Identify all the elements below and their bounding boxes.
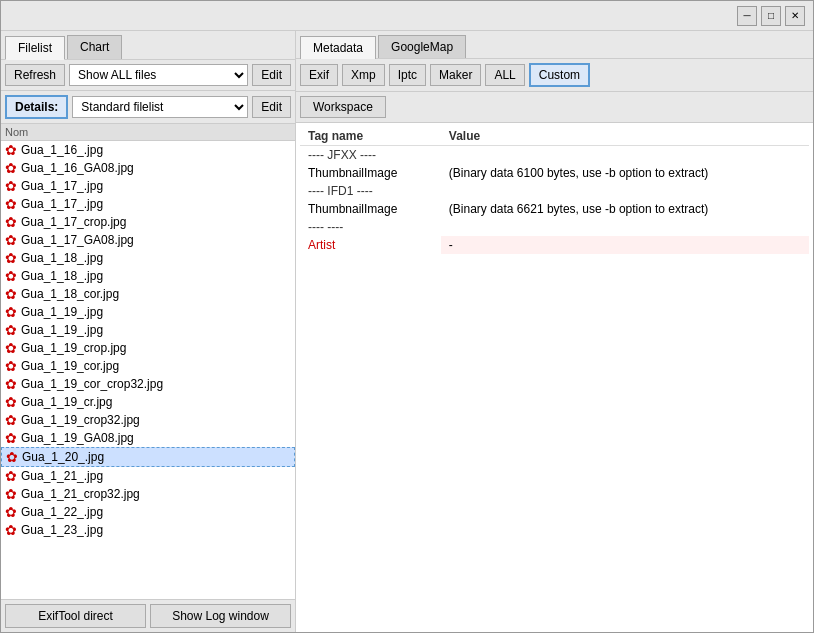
left-panel: Filelist Chart Refresh Show ALL files Ed… (1, 31, 296, 632)
separator-cell: ---- ---- (300, 218, 809, 236)
tab-googlemap[interactable]: GoogleMap (378, 35, 466, 58)
file-item[interactable]: ✿Gua_1_16_.jpg (1, 141, 295, 159)
maximize-button[interactable]: □ (761, 6, 781, 26)
file-icon: ✿ (5, 522, 17, 538)
meta-tab-xmp[interactable]: Xmp (342, 64, 385, 86)
right-panel: Metadata GoogleMap Exif Xmp Iptc Maker A… (296, 31, 813, 632)
table-row: ThumbnailImage(Binary data 6100 bytes, u… (300, 164, 809, 182)
file-item[interactable]: ✿Gua_1_17_crop.jpg (1, 213, 295, 231)
file-item[interactable]: ✿Gua_1_18_.jpg (1, 249, 295, 267)
file-item[interactable]: ✿Gua_1_19_cr.jpg (1, 393, 295, 411)
close-button[interactable]: ✕ (785, 6, 805, 26)
file-item[interactable]: ✿Gua_1_20_.jpg (1, 447, 295, 467)
file-icon: ✿ (5, 322, 17, 338)
file-item[interactable]: ✿Gua_1_23_.jpg (1, 521, 295, 539)
file-name: Gua_1_21_crop32.jpg (21, 487, 140, 501)
file-name: Gua_1_21_.jpg (21, 469, 103, 483)
standard-filelist-select[interactable]: Standard filelist (72, 96, 248, 118)
window-controls: ─ □ ✕ (737, 6, 805, 26)
file-item[interactable]: ✿Gua_1_19_.jpg (1, 321, 295, 339)
file-name: Gua_1_18_.jpg (21, 269, 103, 283)
file-icon: ✿ (6, 449, 18, 465)
file-list-container[interactable]: ✿Gua_1_16_.jpg✿Gua_1_16_GA08.jpg✿Gua_1_1… (1, 141, 295, 599)
file-item[interactable]: ✿Gua_1_18_.jpg (1, 267, 295, 285)
show-files-select[interactable]: Show ALL files (69, 64, 248, 86)
file-item[interactable]: ✿Gua_1_19_cor_crop32.jpg (1, 375, 295, 393)
file-icon: ✿ (5, 304, 17, 320)
file-icon: ✿ (5, 286, 17, 302)
metadata-table-container: Tag name Value ---- JFXX ----ThumbnailIm… (296, 123, 813, 632)
details-button[interactable]: Details: (5, 95, 68, 119)
file-item[interactable]: ✿Gua_1_17_.jpg (1, 177, 295, 195)
file-icon: ✿ (5, 214, 17, 230)
file-item[interactable]: ✿Gua_1_21_.jpg (1, 467, 295, 485)
meta-tabs-row: Exif Xmp Iptc Maker ALL Custom (296, 59, 813, 92)
table-row: ---- ---- (300, 218, 809, 236)
file-item[interactable]: ✿Gua_1_19_crop.jpg (1, 339, 295, 357)
meta-tab-custom[interactable]: Custom (529, 63, 590, 87)
file-name: Gua_1_19_cor.jpg (21, 359, 119, 373)
right-tabs-row: Metadata GoogleMap (296, 31, 813, 59)
file-item[interactable]: ✿Gua_1_19_GA08.jpg (1, 429, 295, 447)
exiftool-direct-button[interactable]: ExifTool direct (5, 604, 146, 628)
value-cell: (Binary data 6100 bytes, use -b option t… (441, 164, 809, 182)
workspace-button[interactable]: Workspace (300, 96, 386, 118)
file-item[interactable]: ✿Gua_1_22_.jpg (1, 503, 295, 521)
file-name: Gua_1_17_crop.jpg (21, 215, 126, 229)
tag-name-cell: ThumbnailImage (300, 200, 441, 218)
left-tabs-row: Filelist Chart (1, 31, 295, 60)
separator-cell: ---- IFD1 ---- (300, 182, 809, 200)
file-list-column-header: Nom (1, 124, 295, 141)
file-icon: ✿ (5, 358, 17, 374)
file-icon: ✿ (5, 376, 17, 392)
meta-tab-maker[interactable]: Maker (430, 64, 481, 86)
file-icon: ✿ (5, 504, 17, 520)
tab-metadata[interactable]: Metadata (300, 36, 376, 59)
edit-button-1[interactable]: Edit (252, 64, 291, 86)
file-name: Gua_1_19_crop.jpg (21, 341, 126, 355)
file-icon: ✿ (5, 430, 17, 446)
toolbar-row-1: Refresh Show ALL files Edit (1, 60, 295, 91)
file-name: Gua_1_16_.jpg (21, 143, 103, 157)
file-icon: ✿ (5, 142, 17, 158)
file-item[interactable]: ✿Gua_1_16_GA08.jpg (1, 159, 295, 177)
table-row: ThumbnailImage(Binary data 6621 bytes, u… (300, 200, 809, 218)
meta-tab-iptc[interactable]: Iptc (389, 64, 426, 86)
file-name: Gua_1_19_cr.jpg (21, 395, 112, 409)
file-item[interactable]: ✿Gua_1_18_cor.jpg (1, 285, 295, 303)
file-name: Gua_1_18_.jpg (21, 251, 103, 265)
edit-button-2[interactable]: Edit (252, 96, 291, 118)
file-item[interactable]: ✿Gua_1_19_crop32.jpg (1, 411, 295, 429)
meta-tab-exif[interactable]: Exif (300, 64, 338, 86)
file-item[interactable]: ✿Gua_1_17_GA08.jpg (1, 231, 295, 249)
bottom-buttons: ExifTool direct Show Log window (1, 599, 295, 632)
tab-filelist[interactable]: Filelist (5, 36, 65, 60)
toolbar-row-2: Details: Standard filelist Edit (1, 91, 295, 124)
refresh-button[interactable]: Refresh (5, 64, 65, 86)
file-list: ✿Gua_1_16_.jpg✿Gua_1_16_GA08.jpg✿Gua_1_1… (1, 141, 295, 539)
meta-tab-all[interactable]: ALL (485, 64, 524, 86)
title-bar: ─ □ ✕ (1, 1, 813, 31)
file-name: Gua_1_16_GA08.jpg (21, 161, 134, 175)
show-log-window-button[interactable]: Show Log window (150, 604, 291, 628)
file-icon: ✿ (5, 250, 17, 266)
col-tag-name: Tag name (300, 127, 441, 146)
file-item[interactable]: ✿Gua_1_17_.jpg (1, 195, 295, 213)
minimize-button[interactable]: ─ (737, 6, 757, 26)
tag-name-cell: ThumbnailImage (300, 164, 441, 182)
tab-chart[interactable]: Chart (67, 35, 122, 59)
file-name: Gua_1_22_.jpg (21, 505, 103, 519)
file-item[interactable]: ✿Gua_1_19_.jpg (1, 303, 295, 321)
file-icon: ✿ (5, 486, 17, 502)
file-name: Gua_1_19_.jpg (21, 323, 103, 337)
file-name: Gua_1_19_GA08.jpg (21, 431, 134, 445)
col-value: Value (441, 127, 809, 146)
file-item[interactable]: ✿Gua_1_21_crop32.jpg (1, 485, 295, 503)
file-name: Gua_1_19_cor_crop32.jpg (21, 377, 163, 391)
file-item[interactable]: ✿Gua_1_19_cor.jpg (1, 357, 295, 375)
main-window: ─ □ ✕ Filelist Chart Refresh Show ALL fi… (0, 0, 814, 633)
separator-cell: ---- JFXX ---- (300, 146, 809, 165)
metadata-table: Tag name Value ---- JFXX ----ThumbnailIm… (300, 127, 809, 254)
file-name: Gua_1_17_.jpg (21, 179, 103, 193)
table-row: ---- IFD1 ---- (300, 182, 809, 200)
